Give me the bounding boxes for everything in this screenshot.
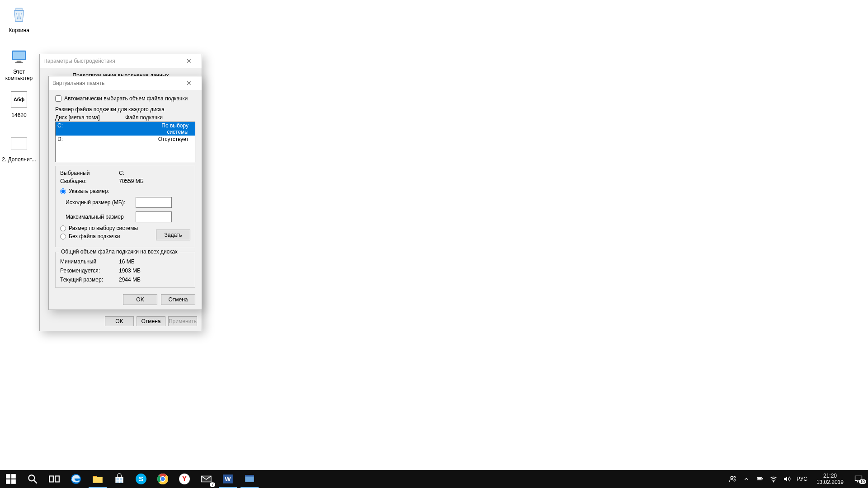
radio-custom-size-input[interactable] (60, 188, 66, 194)
svg-rect-12 (55, 476, 59, 482)
svg-rect-2 (13, 52, 25, 59)
svg-text:S: S (139, 475, 143, 483)
radio-label: Размер по выбору системы (69, 225, 138, 231)
drive-list[interactable]: C: По выбору системы D: Отсутствует (55, 122, 195, 162)
free-space-label: Свободно: (60, 178, 119, 184)
svg-rect-5 (6, 474, 10, 479)
svg-line-10 (34, 480, 37, 483)
svg-rect-3 (17, 61, 22, 63)
radio-label: Без файла подкачки (69, 233, 120, 239)
svg-rect-0 (16, 8, 22, 10)
desktop-icon-label: Этот компьютер (2, 69, 36, 81)
min-value: 16 МБ (119, 258, 190, 265)
selected-drive-label: Выбранный (60, 170, 119, 176)
svg-rect-4 (15, 62, 23, 63)
people-icon[interactable] (729, 475, 737, 483)
taskbar-app-skype[interactable]: S (130, 470, 152, 488)
wifi-icon[interactable] (769, 475, 778, 483)
apply-button: Применить (168, 316, 197, 326)
set-button[interactable]: Задать (156, 230, 190, 240)
taskbar-app-store[interactable] (108, 470, 130, 488)
taskbar: S Y 7 W РУС 21:20 13.02.20 (0, 470, 868, 488)
column-pagefile: Файл подкачки (125, 114, 163, 121)
cancel-button[interactable]: Отмена (161, 294, 195, 305)
taskbar-app-settings[interactable] (239, 470, 260, 488)
cur-value: 2944 МБ (119, 277, 190, 283)
clock-date: 13.02.2019 (816, 479, 844, 485)
size-section-label: Размер файла подкачки для каждого диска (55, 106, 195, 113)
svg-rect-27 (245, 475, 254, 476)
dialog-title: Параметры быстродействия (43, 58, 115, 64)
clock[interactable]: 21:20 13.02.2019 (813, 473, 847, 485)
this-pc-icon (8, 45, 30, 67)
max-size-label: Максимальный размер (66, 214, 136, 220)
rec-value: 1903 МБ (119, 267, 190, 274)
auto-manage-checkbox-input[interactable] (55, 95, 61, 102)
close-button[interactable]: ✕ (180, 55, 198, 67)
initial-size-input[interactable] (136, 197, 172, 208)
auto-manage-checkbox[interactable]: Автоматически выбирать объем файла подка… (55, 95, 195, 102)
recycle-bin-icon (8, 4, 30, 25)
free-space-value: 70559 МБ (119, 178, 190, 184)
desktop-icon-this-pc[interactable]: Этот компьютер (2, 45, 36, 81)
drive-row-c[interactable]: C: По выбору системы (56, 122, 195, 136)
svg-text:Y: Y (182, 474, 187, 483)
search-button[interactable] (22, 470, 43, 488)
svg-point-29 (734, 476, 736, 478)
max-size-input[interactable] (136, 211, 172, 222)
taskbar-app-word[interactable]: W (217, 470, 239, 488)
taskbar-app-yandex[interactable]: Y (174, 470, 195, 488)
svg-point-28 (731, 476, 733, 479)
drive-row-d[interactable]: D: Отсутствует (56, 136, 195, 143)
desktop-icon-document-2[interactable]: 2. Дополнит... (2, 133, 36, 163)
svg-rect-11 (49, 476, 53, 482)
document-icon (8, 133, 30, 155)
cancel-button[interactable]: Отмена (137, 316, 165, 326)
titlebar[interactable]: Параметры быстродействия ✕ (40, 54, 202, 68)
clock-time: 21:20 (816, 473, 844, 479)
desktop-icon-label: 14620 (2, 112, 36, 118)
radio-custom-size[interactable]: Указать размер: (60, 188, 190, 194)
checkbox-label: Автоматически выбирать объем файла подка… (64, 95, 188, 102)
ok-button[interactable]: OK (123, 294, 157, 305)
system-tray: РУС 21:20 13.02.2019 10 (725, 473, 868, 485)
close-button[interactable]: ✕ (180, 77, 198, 89)
drive-cell: D: (57, 136, 139, 142)
desktop-icon-recycle-bin[interactable]: Корзина (2, 4, 36, 33)
pagefile-cell: Отсутствует (139, 136, 193, 142)
taskbar-app-mail[interactable]: 7 (195, 470, 217, 488)
svg-rect-31 (762, 478, 763, 479)
notification-badge: 10 (859, 479, 866, 484)
radio-no-pagefile-input[interactable] (60, 234, 66, 239)
start-button[interactable] (0, 470, 22, 488)
taskbar-app-chrome[interactable] (152, 470, 174, 488)
dialog-title: Виртуальная память (52, 80, 104, 86)
taskbar-app-edge[interactable] (65, 470, 87, 488)
svg-rect-32 (758, 478, 761, 480)
document-icon: Абф (8, 89, 30, 110)
virtual-memory-dialog: Виртуальная память ✕ Автоматически выбир… (48, 76, 202, 310)
desktop-icon-document-14620[interactable]: Абф 14620 (2, 89, 36, 118)
svg-rect-8 (11, 479, 16, 484)
radio-system-managed-input[interactable] (60, 225, 66, 231)
initial-size-label: Исходный размер (МБ): (66, 199, 136, 206)
language-indicator[interactable]: РУС (797, 476, 807, 482)
pagefile-cell: По выбору системы (139, 122, 193, 135)
mail-badge: 7 (210, 482, 215, 487)
ok-button[interactable]: OK (105, 316, 134, 326)
task-view-button[interactable] (43, 470, 65, 488)
svg-point-9 (28, 475, 34, 481)
svg-rect-7 (6, 479, 10, 484)
battery-icon[interactable] (756, 475, 764, 483)
column-drive: Диск [метка тома] (55, 114, 125, 121)
radio-label: Указать размер: (69, 188, 109, 194)
min-label: Минимальный (60, 258, 119, 265)
taskbar-app-explorer[interactable] (87, 470, 108, 488)
svg-text:W: W (225, 475, 231, 483)
action-center-icon[interactable]: 10 (853, 475, 864, 483)
selected-drive-value: C: (119, 170, 190, 176)
titlebar[interactable]: Виртуальная память ✕ (49, 76, 202, 90)
tray-overflow-icon[interactable] (742, 475, 750, 483)
volume-icon[interactable] (783, 475, 791, 483)
cur-label: Текущий размер: (60, 277, 119, 283)
